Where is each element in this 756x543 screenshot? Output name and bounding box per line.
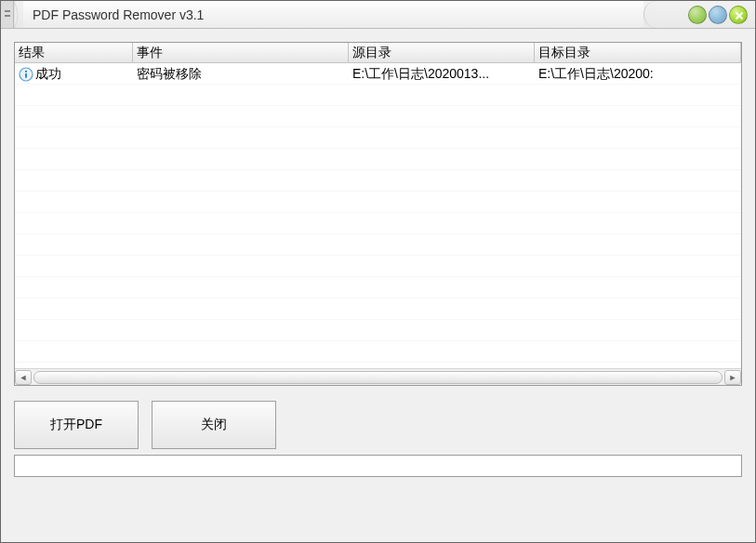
column-header-result[interactable]: 结果: [15, 43, 133, 62]
table-header: 结果 事件 源目录 目标目录: [15, 43, 741, 63]
titlebar-grip: [1, 1, 14, 28]
app-window: PDF Password Remover v3.1 结果 事件 源目录 目标目录: [0, 0, 756, 543]
minimize-button[interactable]: [688, 6, 707, 24]
scroll-right-button[interactable]: ►: [724, 370, 741, 385]
horizontal-scrollbar[interactable]: ◄ ►: [15, 368, 741, 385]
status-bar: [14, 455, 742, 477]
close-button[interactable]: 关闭: [152, 401, 276, 449]
content-area: 结果 事件 源目录 目标目录 成功: [1, 29, 755, 542]
scroll-track[interactable]: [33, 371, 723, 384]
scroll-thumb[interactable]: [33, 371, 723, 384]
results-table: 结果 事件 源目录 目标目录 成功: [14, 42, 742, 386]
maximize-button[interactable]: [709, 6, 727, 24]
svg-point-1: [25, 70, 27, 72]
window-controls: [643, 1, 755, 28]
cell-result: 成功: [15, 66, 133, 83]
column-header-event[interactable]: 事件: [133, 43, 349, 62]
cell-source: E:\工作\日志\2020013...: [349, 66, 535, 83]
cell-event: 密码被移除: [133, 66, 349, 83]
cell-result-text: 成功: [35, 66, 61, 83]
svg-rect-2: [25, 73, 27, 77]
scroll-left-button[interactable]: ◄: [15, 370, 32, 385]
info-icon: [19, 67, 33, 82]
cell-target: E:\工作\日志\20200:: [535, 66, 741, 83]
open-pdf-button[interactable]: 打开PDF: [14, 401, 139, 449]
column-header-source[interactable]: 源目录: [349, 43, 535, 62]
table-row[interactable]: 成功 密码被移除 E:\工作\日志\2020013... E:\工作\日志\20…: [15, 63, 741, 85]
column-header-target[interactable]: 目标目录: [535, 43, 741, 62]
button-row: 打开PDF 关闭: [14, 401, 742, 449]
titlebar-notch: [14, 1, 23, 28]
close-window-button[interactable]: [729, 6, 748, 24]
window-title: PDF Password Remover v3.1: [23, 1, 643, 28]
table-body: 成功 密码被移除 E:\工作\日志\2020013... E:\工作\日志\20…: [15, 63, 741, 368]
titlebar: PDF Password Remover v3.1: [1, 1, 755, 29]
